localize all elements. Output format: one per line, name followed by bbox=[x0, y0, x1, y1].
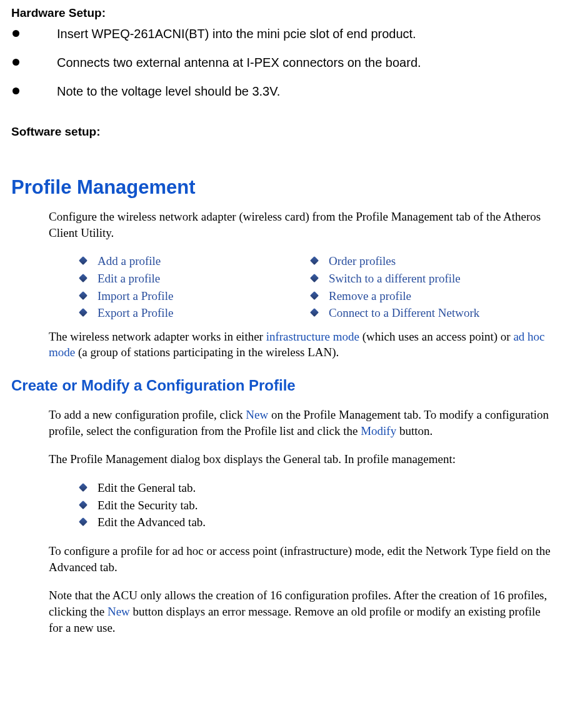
list-item-text: Edit the General tab. bbox=[98, 481, 196, 494]
text: (a group of stations participating in th… bbox=[75, 346, 339, 359]
profile-action-link[interactable]: Edit a profile bbox=[98, 272, 160, 285]
modify-button-ref: Modify bbox=[361, 424, 396, 437]
list-item: Remove a profile bbox=[311, 288, 511, 304]
profile-action-link[interactable]: Import a Profile bbox=[98, 289, 173, 302]
edit-tabs-list: Edit the General tab. Edit the Security … bbox=[80, 480, 552, 531]
list-item: Edit the Advanced tab. bbox=[80, 514, 552, 531]
bullet-icon bbox=[12, 87, 19, 94]
text: (which uses an access point) or bbox=[359, 330, 513, 343]
list-item-text: Edit the Advanced tab. bbox=[98, 516, 206, 529]
profile-action-link[interactable]: Add a profile bbox=[98, 254, 161, 267]
create-modify-p1: To add a new configuration profile, clic… bbox=[49, 407, 552, 439]
list-item: Edit a profile bbox=[80, 271, 280, 287]
text: button. bbox=[396, 424, 432, 437]
software-setup-heading: Software setup: bbox=[11, 125, 559, 139]
profile-actions-columns: Add a profile Edit a profile Import a Pr… bbox=[49, 253, 552, 322]
list-item: Edit the Security tab. bbox=[80, 497, 552, 514]
profile-management-title: Profile Management bbox=[11, 176, 559, 199]
list-item: Edit the General tab. bbox=[80, 480, 552, 496]
profile-action-link[interactable]: Connect to a Different Network bbox=[329, 306, 479, 319]
new-button-ref: New bbox=[108, 605, 130, 618]
profile-action-link[interactable]: Switch to a different profile bbox=[329, 272, 461, 285]
hardware-item-text: Connects two external antenna at I-PEX c… bbox=[57, 54, 421, 71]
text: The wireless network adapter works in ei… bbox=[49, 330, 266, 343]
hardware-item-text: Note to the voltage level should be 3.3V… bbox=[57, 82, 280, 100]
list-item: Export a Profile bbox=[80, 305, 280, 321]
profile-actions-left: Add a profile Edit a profile Import a Pr… bbox=[80, 253, 280, 321]
modes-paragraph: The wireless network adapter works in ei… bbox=[49, 329, 552, 361]
create-modify-title: Create or Modify a Configuration Profile bbox=[11, 377, 559, 394]
list-item-text: Edit the Security tab. bbox=[98, 499, 198, 512]
hardware-item: Insert WPEQ-261ACNI(BT) into the mini pc… bbox=[11, 25, 559, 42]
hardware-item-text: Insert WPEQ-261ACNI(BT) into the mini pc… bbox=[57, 25, 416, 42]
profile-management-intro: Configure the wireless network adapter (… bbox=[49, 209, 552, 241]
profile-action-link[interactable]: Order profiles bbox=[329, 254, 396, 267]
infrastructure-mode-link[interactable]: infrastructure mode bbox=[266, 330, 359, 343]
profile-action-link[interactable]: Export a Profile bbox=[98, 306, 173, 319]
hardware-setup-heading: Hardware Setup: bbox=[11, 6, 559, 20]
profile-actions-right: Order profiles Switch to a different pro… bbox=[311, 253, 511, 321]
list-item: Order profiles bbox=[311, 253, 511, 269]
create-modify-p2: The Profile Management dialog box displa… bbox=[49, 451, 552, 467]
create-modify-p4: Note that the ACU only allows the creati… bbox=[49, 587, 552, 636]
list-item: Connect to a Different Network bbox=[311, 305, 511, 321]
create-modify-p3: To configure a profile for ad hoc or acc… bbox=[49, 543, 552, 575]
hardware-setup-list: Insert WPEQ-261ACNI(BT) into the mini pc… bbox=[11, 25, 559, 100]
profile-action-link[interactable]: Remove a profile bbox=[329, 289, 411, 302]
list-item: Switch to a different profile bbox=[311, 271, 511, 287]
bullet-icon bbox=[12, 30, 19, 37]
list-item: Add a profile bbox=[80, 253, 280, 269]
text: To add a new configuration profile, clic… bbox=[49, 408, 246, 421]
list-item: Import a Profile bbox=[80, 288, 280, 304]
hardware-item: Connects two external antenna at I-PEX c… bbox=[11, 54, 559, 71]
bullet-icon bbox=[12, 59, 19, 66]
hardware-item: Note to the voltage level should be 3.3V… bbox=[11, 82, 559, 100]
new-button-ref: New bbox=[246, 408, 268, 421]
